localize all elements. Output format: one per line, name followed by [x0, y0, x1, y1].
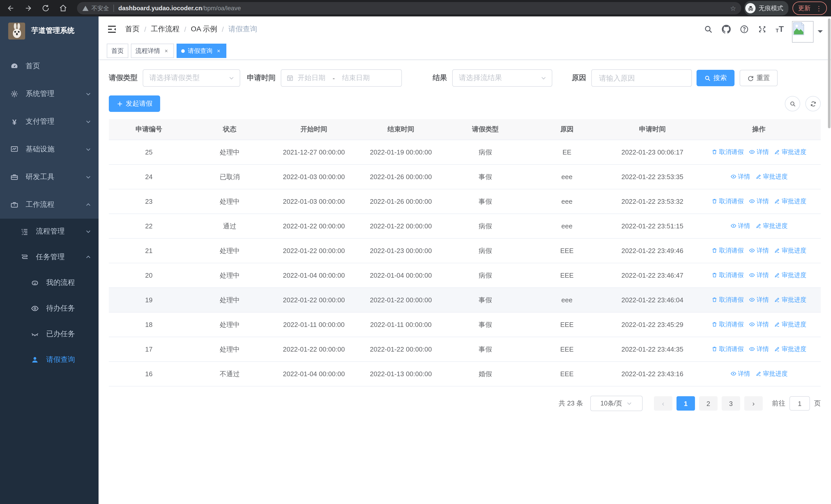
refresh-table-button[interactable]	[805, 96, 821, 111]
update-label[interactable]: 更新	[798, 4, 810, 12]
col-apply-id: 申请编号	[109, 119, 189, 140]
browser-back-icon[interactable]	[4, 2, 18, 15]
create-leave-button[interactable]: 发起请假	[109, 95, 160, 112]
sidebar-item-todo-tasks[interactable]: 待办任务	[0, 296, 98, 321]
tab-process-detail[interactable]: 流程详情 ×	[131, 43, 174, 58]
prev-page-button[interactable]: ‹	[654, 396, 672, 411]
not-secure-label[interactable]: 不安全	[91, 4, 109, 12]
sidebar-item-infrastructure[interactable]: 基础设施	[0, 136, 98, 163]
action-progress-link[interactable]: 审批进度	[774, 271, 806, 280]
action-progress-link[interactable]: 审批进度	[774, 296, 806, 304]
action-cancel-leave-link[interactable]: 取消请假	[711, 197, 744, 206]
sidebar-item-my-process[interactable]: 我的流程	[0, 270, 98, 296]
page-button-1[interactable]: 1	[677, 396, 695, 411]
leave-type-select[interactable]: 请选择请假类型	[143, 69, 240, 87]
sidebar-item-devtools[interactable]: 研发工具	[0, 163, 98, 191]
tab-leave-query[interactable]: 请假查询 ×	[177, 43, 226, 58]
action-cancel-leave-link[interactable]: 取消请假	[711, 271, 744, 280]
incognito-badge: 无痕模式	[744, 1, 789, 16]
browser-forward-icon[interactable]	[22, 2, 35, 15]
search-button[interactable]: 搜索	[696, 70, 735, 86]
reason-input[interactable]	[598, 73, 685, 83]
edit-pen-icon	[774, 198, 780, 205]
cell-reason: EEE	[526, 337, 608, 362]
browser-update-button[interactable]: 更新 ⋮	[793, 2, 827, 15]
action-progress-link[interactable]: 审批进度	[755, 369, 787, 378]
breadcrumb-oa-example[interactable]: OA 示例	[191, 25, 218, 34]
cell-apply-id: 20	[109, 263, 189, 288]
avatar[interactable]	[792, 21, 813, 42]
cell-end-time: 2022-01-22 00:00:00	[357, 214, 445, 238]
cell-leave-type: 病假	[445, 214, 526, 238]
action-detail-link[interactable]: 详情	[749, 197, 769, 206]
github-icon[interactable]	[722, 25, 731, 34]
action-progress-link[interactable]: 审批进度	[774, 320, 806, 329]
apply-time-range-picker[interactable]: 开始日期 - 结束日期	[281, 69, 402, 87]
action-progress-link[interactable]: 审批进度	[774, 197, 806, 206]
reset-button[interactable]: 重置	[740, 70, 778, 86]
page-button-3[interactable]: 3	[722, 396, 740, 411]
page-scrollbar[interactable]	[828, 19, 830, 128]
sidebar-item-workflow[interactable]: 工作流程	[0, 191, 98, 219]
cell-status: 不通过	[189, 362, 270, 386]
action-progress-link[interactable]: 审批进度	[774, 345, 806, 354]
sidebar-item-task-management[interactable]: 任务管理	[0, 244, 98, 270]
close-icon[interactable]: ×	[216, 48, 222, 54]
close-icon[interactable]: ×	[163, 48, 169, 54]
sidebar-item-done-tasks[interactable]: 已办任务	[0, 321, 98, 347]
action-detail-link[interactable]: 详情	[749, 246, 769, 255]
tab-home[interactable]: 首页	[107, 43, 128, 58]
action-progress-link[interactable]: 审批进度	[755, 173, 787, 181]
next-page-button[interactable]: ›	[744, 396, 763, 411]
fullscreen-icon[interactable]	[757, 25, 767, 34]
action-cancel-leave-link[interactable]: 取消请假	[711, 148, 744, 156]
action-progress-link[interactable]: 审批进度	[774, 148, 806, 156]
breadcrumb-workflow[interactable]: 工作流程	[151, 25, 180, 34]
action-detail-link[interactable]: 详情	[730, 173, 750, 181]
action-cancel-leave-link[interactable]: 取消请假	[711, 345, 744, 354]
page-size-select[interactable]: 10条/页	[590, 396, 642, 411]
help-icon[interactable]	[740, 25, 749, 34]
browser-menu-icon[interactable]: ⋮	[813, 5, 824, 11]
action-cancel-leave-link[interactable]: 取消请假	[711, 320, 744, 329]
sidebar-item-process-management[interactable]: 流程管理	[0, 219, 98, 244]
start-date-placeholder[interactable]: 开始日期	[298, 73, 325, 83]
action-detail-link[interactable]: 详情	[730, 369, 750, 378]
search-icon[interactable]	[704, 25, 713, 34]
goto-page-input[interactable]	[790, 396, 810, 411]
sidebar-item-leave-query[interactable]: 请假查询	[0, 347, 98, 373]
browser-reload-icon[interactable]	[39, 2, 52, 15]
sidebar-item-home[interactable]: 首页	[0, 52, 98, 80]
action-progress-link[interactable]: 审批进度	[774, 246, 806, 255]
sidebar-item-payment[interactable]: ¥ 支付管理	[0, 108, 98, 136]
show-search-toggle-button[interactable]	[785, 96, 800, 111]
tag-tabs-bar: 首页 流程详情 × 请假查询 ×	[98, 42, 831, 60]
app-logo-row[interactable]: 芋道管理系统	[0, 17, 98, 45]
action-cancel-leave-link[interactable]: 取消请假	[711, 296, 744, 304]
address-bar[interactable]: 不安全 dashboard.yudao.iocoder.cn /bpm/oa/l…	[77, 2, 741, 14]
cell-apply-id: 21	[109, 238, 189, 263]
eye-icon	[749, 272, 755, 278]
action-detail-link[interactable]: 详情	[749, 320, 769, 329]
action-detail-link[interactable]: 详情	[749, 271, 769, 280]
url-host[interactable]: dashboard.yudao.iocoder.cn	[118, 5, 202, 12]
action-progress-link[interactable]: 审批进度	[755, 222, 787, 231]
chevron-down-icon	[85, 91, 91, 97]
url-path[interactable]: /bpm/oa/leave	[202, 5, 241, 12]
action-detail-link[interactable]: 详情	[749, 296, 769, 304]
result-select[interactable]: 请选择流结果	[452, 69, 552, 87]
action-detail-link[interactable]: 详情	[749, 148, 769, 156]
bookmark-star-icon[interactable]: ☆	[730, 5, 736, 11]
action-detail-link[interactable]: 详情	[749, 345, 769, 354]
browser-home-icon[interactable]	[56, 2, 70, 15]
page-button-2[interactable]: 2	[699, 396, 718, 411]
end-date-placeholder[interactable]: 结束日期	[342, 73, 370, 83]
action-cancel-leave-link[interactable]: 取消请假	[711, 246, 744, 255]
breadcrumb-home[interactable]: 首页	[125, 25, 140, 34]
sidebar-collapse-icon[interactable]	[107, 24, 117, 34]
trash-icon	[711, 248, 718, 254]
font-size-icon[interactable]: TT	[776, 25, 784, 33]
action-detail-link[interactable]: 详情	[730, 222, 750, 231]
avatar-caret-icon[interactable]	[818, 30, 823, 35]
sidebar-item-system[interactable]: 系统管理	[0, 80, 98, 108]
